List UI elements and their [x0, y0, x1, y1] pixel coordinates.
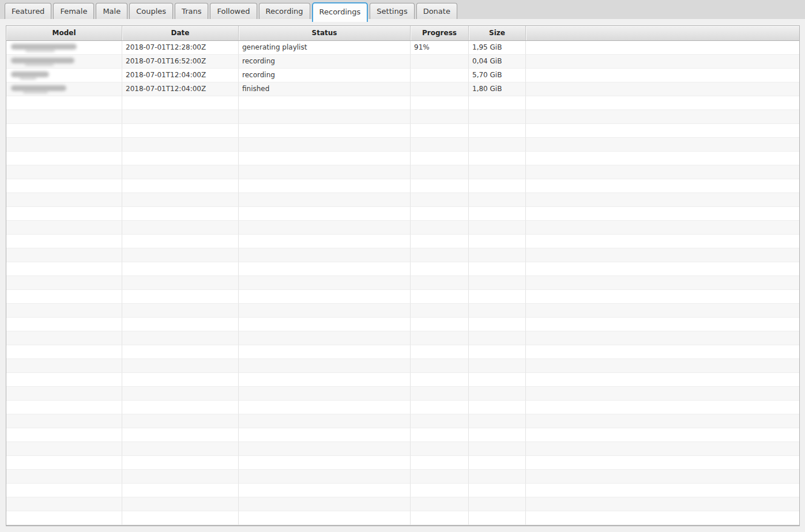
cell-filler: [526, 235, 799, 248]
cell-size: [469, 221, 526, 235]
cell-size: 1,95 GiB: [469, 41, 526, 55]
cell-size: [469, 124, 526, 138]
cell-date: [122, 248, 239, 262]
tab-trans[interactable]: Trans: [175, 3, 208, 19]
cell-model: [6, 152, 122, 165]
tab-donate[interactable]: Donate: [416, 3, 457, 19]
tab-couples[interactable]: Couples: [129, 3, 173, 19]
cell-progress: [411, 414, 469, 428]
cell-progress: [411, 359, 469, 373]
cell-progress: 91%: [411, 41, 469, 55]
cell-filler: [526, 82, 799, 96]
cell-model: [6, 207, 122, 221]
table-row[interactable]: 2018-07-01T12:04:00Zfinished1,80 GiB: [6, 82, 799, 96]
cell-progress: [411, 318, 469, 331]
table-row[interactable]: 2018-07-01T12:04:00Zrecording5,70 GiB: [6, 69, 799, 82]
column-header-size[interactable]: Size: [469, 26, 526, 40]
cell-progress: [411, 179, 469, 193]
cell-model: [6, 138, 122, 152]
cell-date: [122, 96, 239, 110]
cell-model: [6, 193, 122, 207]
column-header-model[interactable]: Model: [6, 26, 122, 40]
tab-followed[interactable]: Followed: [210, 3, 257, 19]
cell-progress: [411, 124, 469, 138]
cell-progress: [411, 331, 469, 345]
table-row-empty: [6, 304, 799, 318]
tab-recordings[interactable]: Recordings: [312, 2, 368, 22]
cell-date: [122, 401, 239, 414]
column-header-status[interactable]: Status: [239, 26, 411, 40]
cell-model: [6, 276, 122, 290]
cell-filler: [526, 41, 799, 55]
cell-size: [469, 359, 526, 373]
cell-status: recording: [239, 55, 411, 69]
cell-model: [6, 442, 122, 456]
cell-date: [122, 304, 239, 318]
cell-model: [6, 124, 122, 138]
cell-size: [469, 345, 526, 359]
cell-filler: [526, 193, 799, 207]
table-row-empty: [6, 442, 799, 456]
cell-filler: [526, 387, 799, 401]
cell-date: [122, 373, 239, 387]
cell-size: [469, 290, 526, 304]
column-header-date[interactable]: Date: [122, 26, 239, 40]
cell-progress: [411, 428, 469, 442]
cell-status: [239, 138, 411, 152]
cell-progress: [411, 401, 469, 414]
cell-filler: [526, 55, 799, 69]
tab-settings[interactable]: Settings: [370, 3, 414, 19]
cell-size: [469, 304, 526, 318]
cell-size: [469, 179, 526, 193]
cell-size: [469, 96, 526, 110]
cell-filler: [526, 414, 799, 428]
cell-model: [6, 497, 122, 511]
cell-date: [122, 152, 239, 165]
cell-model: [6, 484, 122, 497]
table-row-empty: [6, 152, 799, 165]
cell-date: [122, 497, 239, 511]
cell-status: finished: [239, 82, 411, 96]
cell-status: [239, 497, 411, 511]
cell-status: [239, 207, 411, 221]
cell-status: [239, 442, 411, 456]
cell-status: [239, 359, 411, 373]
cell-date: [122, 276, 239, 290]
cell-status: [239, 345, 411, 359]
table-row-empty: [6, 484, 799, 497]
cell-model: [6, 221, 122, 235]
table-row-empty: [6, 96, 799, 110]
cell-filler: [526, 442, 799, 456]
table-row[interactable]: 2018-07-01T12:28:00Zgenerating playlist9…: [6, 41, 799, 55]
tab-recording[interactable]: Recording: [259, 3, 310, 19]
cell-date: [122, 179, 239, 193]
cell-model: [6, 414, 122, 428]
cell-status: [239, 96, 411, 110]
cell-progress: [411, 221, 469, 235]
cell-filler: [526, 470, 799, 484]
table-row-empty: [6, 359, 799, 373]
tab-featured[interactable]: Featured: [5, 3, 51, 19]
cell-size: [469, 331, 526, 345]
cell-progress: [411, 55, 469, 69]
cell-filler: [526, 456, 799, 470]
cell-progress: [411, 110, 469, 124]
cell-progress: [411, 138, 469, 152]
cell-size: [469, 484, 526, 497]
cell-status: [239, 318, 411, 331]
table-row[interactable]: 2018-07-01T16:52:00Zrecording0,04 GiB: [6, 55, 799, 69]
cell-date: [122, 110, 239, 124]
cell-status: [239, 262, 411, 276]
tab-male[interactable]: Male: [96, 3, 127, 19]
model-name-redacted: [11, 71, 49, 77]
tab-female[interactable]: Female: [53, 3, 94, 19]
cell-date: 2018-07-01T12:28:00Z: [122, 41, 239, 55]
app-window: FeaturedFemaleMaleCouplesTransFollowedRe…: [0, 0, 805, 532]
cell-model: [6, 69, 122, 82]
cell-date: [122, 318, 239, 331]
column-header-progress[interactable]: Progress: [411, 26, 469, 40]
cell-filler: [526, 124, 799, 138]
cell-progress: [411, 497, 469, 511]
table-row-empty: [6, 221, 799, 235]
cell-status: [239, 387, 411, 401]
